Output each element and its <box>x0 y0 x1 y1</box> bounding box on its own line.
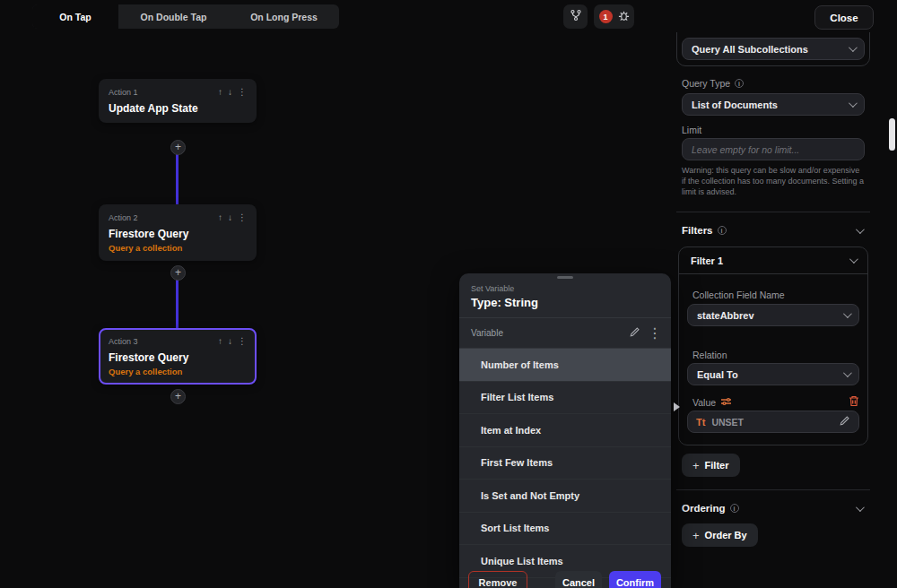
info-icon[interactable]: i <box>718 226 727 235</box>
action-title: Firestore Query <box>109 228 247 240</box>
action-title: Firestore Query <box>109 351 247 364</box>
chevron-down-icon <box>849 43 858 52</box>
query-type-label: Query Type i <box>682 78 744 89</box>
close-button[interactable]: Close <box>814 5 874 30</box>
action-card-2[interactable]: Action 2 ↑ ↓ ⋮ Firestore Query Query a c… <box>99 204 257 261</box>
popup-header: Set Variable Type: String <box>459 273 671 318</box>
issues-button[interactable]: 1 <box>594 4 634 29</box>
relation-value: Equal To <box>697 369 738 380</box>
query-type-dropdown[interactable]: List of Documents <box>682 93 865 116</box>
cancel-button[interactable]: Cancel <box>555 571 602 588</box>
action-subtitle: Query a collection <box>109 367 247 376</box>
move-down-icon[interactable]: ↓ <box>228 87 232 97</box>
field-name-value: stateAbbrev <box>697 310 754 321</box>
option-filter-list-items[interactable]: Filter List Items <box>459 382 671 415</box>
action-title: Update App State <box>109 102 247 115</box>
plus-icon: + <box>692 529 700 542</box>
panel-collapse-arrow[interactable] <box>674 402 680 411</box>
relation-label: Relation <box>692 350 727 360</box>
text-type-icon: Tt <box>696 417 705 428</box>
chevron-down-icon <box>849 99 858 108</box>
scrollbar-thumb[interactable] <box>889 118 895 151</box>
filters-collapse-chevron[interactable] <box>856 225 865 234</box>
ordering-section-header[interactable]: Ordering i <box>682 503 739 514</box>
field-name-dropdown[interactable]: stateAbbrev <box>687 304 859 326</box>
action-flow-editor: On Tap On Double Tap On Long Press 1 Clo… <box>0 0 897 588</box>
drag-handle[interactable] <box>557 276 573 279</box>
option-item-at-index[interactable]: Item at Index <box>459 414 671 447</box>
kebab-menu-icon[interactable]: ⋮ <box>238 87 247 97</box>
move-up-icon[interactable]: ↑ <box>218 336 222 346</box>
chevron-down-icon <box>843 309 852 318</box>
field-name-label: Collection Field Name <box>692 290 785 300</box>
plus-icon: + <box>692 459 700 472</box>
top-bar: On Tap On Double Tap On Long Press 1 Clo… <box>0 0 897 32</box>
filter-title: Filter 1 <box>691 255 723 266</box>
action-index-label: Action 3 <box>109 337 138 346</box>
chevron-down-icon <box>843 368 852 377</box>
subcollections-dropdown[interactable]: Query All Subcollections <box>682 38 865 60</box>
action-card-3[interactable]: Action 3 ↑ ↓ ⋮ Firestore Query Query a c… <box>99 328 257 385</box>
popup-footer: Remove Cancel Confirm <box>459 571 671 588</box>
info-icon[interactable]: i <box>730 504 739 513</box>
action-card-1[interactable]: Action 1 ↑ ↓ ⋮ Update App State <box>99 79 257 123</box>
filters-section-header[interactable]: Filters i <box>682 225 727 236</box>
divider <box>676 489 870 490</box>
limit-warning-text: Warning: this query can be slow and/or e… <box>682 165 865 197</box>
tab-on-double-tap[interactable]: On Double Tap <box>118 4 229 29</box>
value-label: Value <box>692 397 716 408</box>
value-unset-text: UNSET <box>711 417 744 428</box>
popup-kicker: Set Variable <box>471 284 659 293</box>
info-icon[interactable]: i <box>735 79 744 88</box>
kebab-menu-icon[interactable]: ⋮ <box>648 324 662 342</box>
branch-button[interactable] <box>563 4 588 29</box>
limit-label: Limit <box>682 125 701 135</box>
branch-icon <box>570 9 582 25</box>
option-first-few-items[interactable]: First Few Items <box>459 447 671 480</box>
remove-button[interactable]: Remove <box>468 571 527 588</box>
add-action-button[interactable]: + <box>170 265 186 281</box>
move-down-icon[interactable]: ↓ <box>228 212 232 222</box>
move-up-icon[interactable]: ↑ <box>218 87 222 97</box>
add-action-button[interactable]: + <box>170 140 186 155</box>
kebab-menu-icon[interactable]: ⋮ <box>238 212 247 222</box>
action-index-label: Action 1 <box>109 88 138 97</box>
add-action-button[interactable]: + <box>170 389 186 404</box>
option-sort-list-items[interactable]: Sort List Items <box>459 513 671 546</box>
value-field[interactable]: Tt UNSET <box>687 411 859 433</box>
relation-dropdown[interactable]: Equal To <box>687 363 859 385</box>
set-from-variable-icon[interactable] <box>720 397 732 408</box>
set-variable-popup: Set Variable Type: String Variable ⋮ Num… <box>459 273 671 588</box>
popup-title: Type: String <box>471 296 659 309</box>
option-number-of-items[interactable]: Number of Items <box>459 349 671 382</box>
bug-icon <box>618 9 630 25</box>
kebab-menu-icon[interactable]: ⋮ <box>238 336 247 346</box>
delete-filter-icon[interactable] <box>849 395 859 409</box>
move-up-icon[interactable]: ↑ <box>218 212 222 222</box>
ordering-collapse-chevron[interactable] <box>856 503 865 512</box>
query-settings-panel: Query All Subcollections Query Type i Li… <box>671 0 888 588</box>
variable-row: Variable ⋮ <box>459 318 671 349</box>
edit-value-icon[interactable] <box>839 414 850 430</box>
error-count-badge: 1 <box>599 10 613 23</box>
query-type-value: List of Documents <box>692 99 778 110</box>
filter-item-header[interactable]: Filter 1 <box>679 247 867 274</box>
edit-variable-icon[interactable] <box>629 325 640 342</box>
tab-on-tap[interactable]: On Tap <box>32 4 118 29</box>
chevron-down-icon <box>849 255 858 264</box>
subcollections-value: Query All Subcollections <box>692 44 808 55</box>
ordering-label: Ordering <box>682 503 726 514</box>
tab-on-long-press[interactable]: On Long Press <box>229 4 339 29</box>
variable-label: Variable <box>471 328 503 338</box>
divider <box>676 212 870 212</box>
limit-input[interactable] <box>682 138 865 160</box>
value-label-row: Value <box>692 395 859 409</box>
filters-label: Filters <box>682 225 713 236</box>
add-order-by-button[interactable]: + Order By <box>682 523 758 547</box>
option-is-set-and-not-empty[interactable]: Is Set and Not Empty <box>459 480 671 513</box>
gesture-tabbar: On Tap On Double Tap On Long Press <box>32 4 339 29</box>
add-filter-button[interactable]: + Filter <box>682 454 740 477</box>
confirm-button[interactable]: Confirm <box>609 571 661 588</box>
move-down-icon[interactable]: ↓ <box>228 336 232 346</box>
action-subtitle: Query a collection <box>109 243 247 253</box>
